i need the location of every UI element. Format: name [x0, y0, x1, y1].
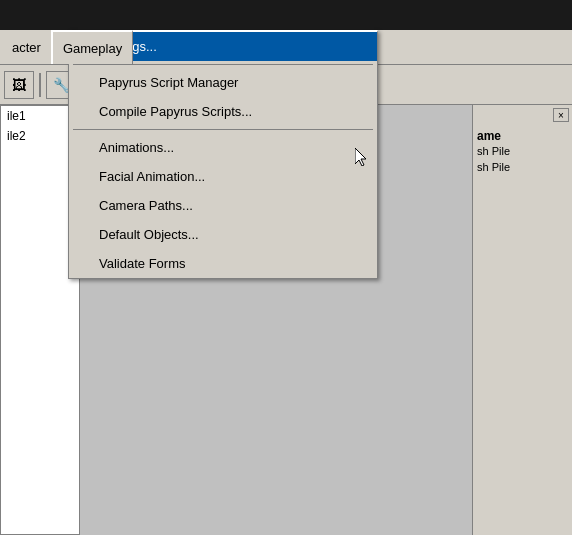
dropdown-item-camera-paths[interactable]: Camera Paths... [69, 191, 377, 220]
panel-row-1: sh Pile [477, 143, 568, 159]
dropdown-item-animations[interactable]: Animations... [69, 133, 377, 162]
toolbar-icon-1[interactable]: 🖼 [4, 71, 34, 99]
close-button[interactable]: × [553, 108, 569, 122]
dropdown-separator-2 [73, 129, 373, 130]
dropdown-item-papyrus-script-manager[interactable]: Papyrus Script Manager [69, 68, 377, 97]
panel-row-2: sh Pile [477, 159, 568, 175]
right-panel-header: × [473, 105, 572, 125]
dropdown-item-default-objects[interactable]: Default Objects... [69, 220, 377, 249]
dropdown-item-validate-forms[interactable]: Validate Forms [69, 249, 377, 278]
panel-content: ame sh Pile sh Pile [473, 125, 572, 179]
gameplay-dropdown: Settings... Papyrus Script Manager Compi… [68, 30, 378, 279]
app-background: acter Gameplay Help 🖼 🔧 × ame sh Pile [0, 0, 572, 535]
dropdown-item-compile-papyrus[interactable]: Compile Papyrus Scripts... [69, 97, 377, 126]
title-bar [0, 0, 572, 30]
menu-item-character[interactable]: acter [2, 30, 51, 64]
right-panel: × ame sh Pile sh Pile [472, 105, 572, 535]
panel-name-header: ame [477, 129, 568, 143]
menu-item-gameplay[interactable]: Gameplay [51, 30, 133, 64]
toolbar-separator [39, 73, 41, 97]
dropdown-separator-1 [73, 64, 373, 65]
dropdown-item-facial-animation[interactable]: Facial Animation... [69, 162, 377, 191]
